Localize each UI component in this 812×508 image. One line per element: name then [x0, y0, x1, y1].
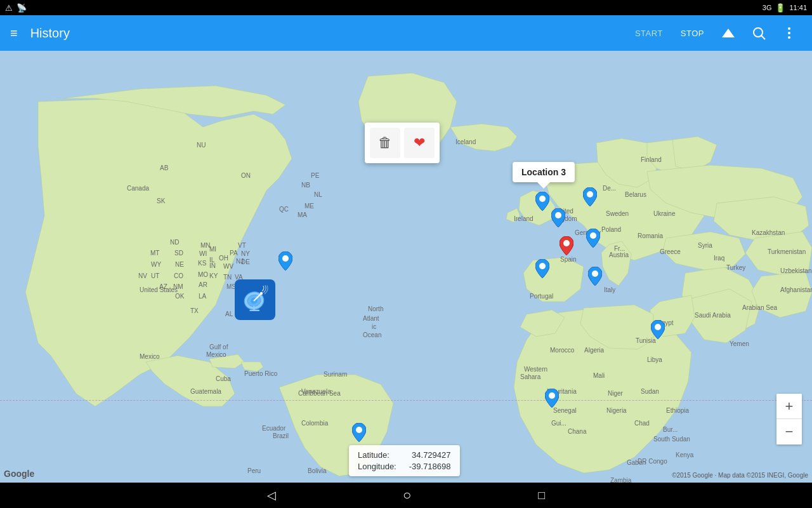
- svg-text:Kazakhstan: Kazakhstan: [752, 229, 785, 236]
- zoom-in-button[interactable]: +: [776, 394, 802, 419]
- svg-point-135: [549, 392, 555, 399]
- svg-text:Greece: Greece: [660, 248, 681, 255]
- svg-text:Romania: Romania: [638, 232, 663, 239]
- svg-text:PA: PA: [230, 250, 238, 257]
- svg-text:Ocean: Ocean: [363, 331, 381, 338]
- map-pin-dk[interactable]: [583, 187, 597, 206]
- svg-point-134: [282, 255, 289, 262]
- status-left: ⚠ 📡: [5, 3, 27, 13]
- svg-text:NM: NM: [173, 283, 183, 290]
- svg-point-5: [788, 36, 790, 39]
- svg-text:Poland: Poland: [601, 226, 621, 233]
- svg-text:NY: NY: [241, 250, 250, 257]
- trash-button[interactable]: 🗑: [370, 128, 400, 158]
- svg-text:MT: MT: [150, 250, 159, 257]
- svg-text:Morocco: Morocco: [550, 347, 575, 354]
- svg-marker-0: [722, 29, 735, 37]
- more-button[interactable]: [776, 20, 802, 46]
- svg-text:Austria: Austria: [609, 251, 629, 258]
- svg-text:Afghanistan: Afghanistan: [780, 286, 812, 293]
- network-indicator: 3G: [763, 4, 772, 11]
- svg-text:Ukraine: Ukraine: [653, 210, 676, 217]
- navigation-bar: ◁ ○ □: [0, 483, 812, 508]
- svg-text:Ecuador: Ecuador: [262, 425, 286, 432]
- svg-text:PE: PE: [311, 172, 320, 179]
- latlon-info-box: Latitude: 34.729427 Longitude: -39.71869…: [349, 445, 460, 476]
- svg-point-141: [260, 292, 263, 295]
- longitude-label: Longitude:: [358, 462, 396, 471]
- map-pin-at[interactable]: [588, 267, 602, 286]
- svg-text:Caribbean Sea: Caribbean Sea: [298, 390, 341, 397]
- svg-text:Algeria: Algeria: [584, 347, 605, 354]
- svg-text:Ethiopia: Ethiopia: [666, 407, 690, 414]
- favorite-button[interactable]: ❤: [404, 128, 435, 158]
- svg-text:OK: OK: [175, 293, 185, 300]
- svg-point-136: [356, 427, 362, 433]
- svg-text:Bur...: Bur...: [663, 426, 678, 433]
- svg-text:Mali: Mali: [593, 372, 605, 379]
- map-pin-us[interactable]: [278, 251, 292, 271]
- latitude-value: 34.729427: [412, 450, 450, 460]
- svg-point-131: [539, 263, 546, 269]
- svg-text:ic: ic: [372, 323, 376, 330]
- search-button[interactable]: [746, 20, 771, 46]
- svg-text:Atlant: Atlant: [363, 315, 379, 322]
- location-bubble-text: Location 3: [521, 167, 566, 177]
- svg-text:LA: LA: [199, 293, 207, 300]
- zoom-controls: + −: [776, 394, 802, 444]
- svg-text:Sahara: Sahara: [520, 373, 541, 380]
- svg-text:ME: ME: [304, 203, 314, 210]
- svg-text:CO: CO: [174, 272, 183, 279]
- svg-text:Spain: Spain: [560, 256, 577, 263]
- svg-text:Italy: Italy: [604, 286, 615, 293]
- svg-text:Turkey: Turkey: [726, 264, 745, 271]
- map-pin-gh[interactable]: [545, 389, 559, 408]
- svg-text:Nigeria: Nigeria: [606, 407, 627, 414]
- latitude-label: Latitude:: [358, 450, 390, 460]
- start-button[interactable]: START: [629, 25, 669, 42]
- home-button[interactable]: ○: [403, 487, 411, 504]
- map-pin-it[interactable]: [586, 229, 600, 248]
- svg-text:TX: TX: [190, 307, 199, 314]
- map-pin-co[interactable]: [352, 423, 366, 442]
- menu-icon[interactable]: ≡: [10, 26, 18, 41]
- stop-button[interactable]: STOP: [674, 25, 710, 42]
- svg-text:TN: TN: [223, 274, 232, 281]
- svg-text:Iraq: Iraq: [714, 255, 724, 262]
- svg-text:Portugal: Portugal: [530, 293, 553, 300]
- svg-text:NB: NB: [301, 182, 310, 189]
- map-pin-eg[interactable]: [651, 320, 665, 339]
- map-pin-fr-red[interactable]: [560, 236, 573, 255]
- alert-icon: ⚠: [5, 3, 13, 13]
- battery-icon: 🔋: [775, 3, 785, 13]
- svg-text:Sudan: Sudan: [641, 388, 659, 395]
- back-button[interactable]: ◁: [267, 488, 276, 502]
- app-title: History: [30, 26, 629, 41]
- svg-text:Sweden: Sweden: [606, 210, 629, 217]
- svg-text:Finland: Finland: [641, 156, 662, 163]
- map-pin-es[interactable]: [535, 259, 549, 278]
- zoom-out-button[interactable]: −: [776, 419, 802, 444]
- svg-text:Niger: Niger: [608, 390, 624, 397]
- svg-point-132: [592, 271, 598, 277]
- svg-text:Kenya: Kenya: [676, 451, 694, 458]
- svg-text:Fr...: Fr...: [614, 245, 625, 252]
- svg-text:WV: WV: [223, 263, 233, 270]
- recent-apps-button[interactable]: □: [538, 489, 545, 502]
- svg-text:Cuba: Cuba: [216, 375, 231, 382]
- map-pin-de[interactable]: [551, 208, 565, 227]
- app-bar-actions: START STOP: [629, 20, 802, 46]
- svg-text:MO: MO: [198, 271, 208, 278]
- mountains-button[interactable]: [716, 20, 741, 46]
- map-pin-uk[interactable]: [535, 192, 549, 211]
- svg-text:VT: VT: [238, 242, 246, 249]
- app-bar: ≡ History START STOP: [0, 15, 812, 51]
- svg-text:Mexico: Mexico: [140, 353, 160, 360]
- map-container[interactable]: Canada United States Mexico Brazil Peru …: [0, 51, 812, 483]
- svg-text:Yemen: Yemen: [730, 340, 749, 347]
- svg-text:MI: MI: [209, 246, 216, 253]
- svg-line-2: [762, 36, 766, 40]
- svg-text:Mexico: Mexico: [206, 351, 226, 358]
- svg-text:Zambia: Zambia: [610, 477, 632, 483]
- svg-text:NV: NV: [138, 272, 147, 279]
